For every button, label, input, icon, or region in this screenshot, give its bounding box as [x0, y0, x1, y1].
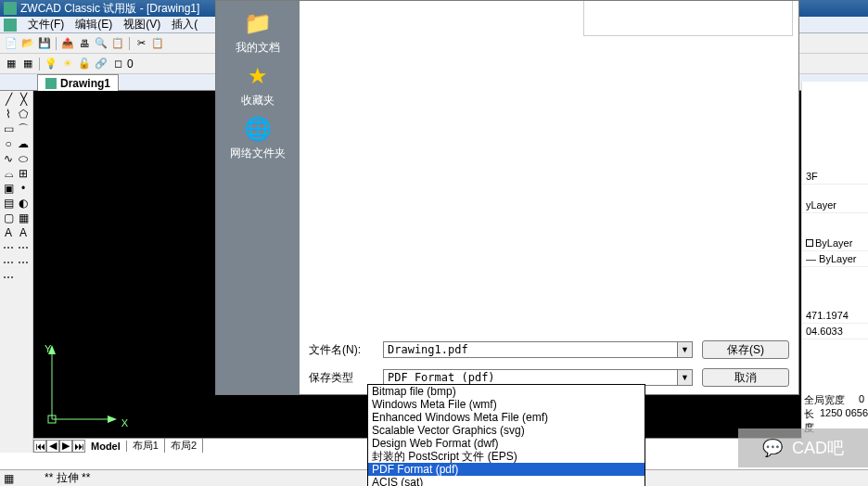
- new-icon[interactable]: 📄: [4, 36, 19, 51]
- xline-icon[interactable]: ╳: [17, 93, 30, 106]
- format-option[interactable]: Enhanced Windows Meta File (emf): [368, 411, 645, 424]
- block-icon[interactable]: ▣: [2, 182, 15, 195]
- prop-row[interactable]: 471.1974: [802, 308, 868, 324]
- more5-icon[interactable]: ⋯: [2, 271, 15, 284]
- app-icon: [4, 2, 17, 15]
- cut-icon[interactable]: ✂: [134, 36, 148, 51]
- format-option[interactable]: Scalable Vector Graphics (svg): [368, 424, 645, 437]
- filename-label: 文件名(N):: [309, 342, 374, 358]
- insert-icon[interactable]: ⊞: [17, 167, 30, 180]
- filetype-dropdown-icon[interactable]: ▼: [678, 369, 693, 386]
- prop-row[interactable]: — ByLayer: [802, 251, 868, 267]
- ucs-x-label: X: [121, 417, 128, 428]
- separator: [56, 37, 57, 50]
- mtext-icon[interactable]: A: [17, 226, 30, 239]
- format-option[interactable]: Windows Meta File (wmf): [368, 398, 645, 411]
- menu-view[interactable]: 视图(V): [120, 17, 164, 32]
- save-icon[interactable]: 💾: [37, 36, 52, 51]
- cancel-button[interactable]: 取消: [702, 368, 789, 387]
- circle-icon[interactable]: ○: [2, 137, 15, 150]
- layer1-icon[interactable]: ▦: [4, 57, 19, 71]
- draw-palette: ╱╳ ⌇⬠ ▭⌒ ○☁ ∿⬭ ⌓⊞ ▣• ▤◐ ▢▦ AA ⋯⋯ ⋯⋯ ⋯: [0, 91, 33, 453]
- place-network[interactable]: 🌐 网络文件夹: [230, 114, 286, 161]
- ellipsearc-icon[interactable]: ⌓: [2, 167, 15, 180]
- prop-row[interactable]: ByLayer: [802, 236, 868, 251]
- document-tab-label: Drawing1: [60, 77, 110, 90]
- folder-docs-icon: 📁: [243, 8, 273, 38]
- globe-icon: 🌐: [243, 114, 273, 144]
- format-option[interactable]: 封装的 PostScript 文件 (EPS): [368, 450, 645, 463]
- menu-edit[interactable]: 编辑(E): [71, 17, 116, 32]
- region-icon[interactable]: ▢: [2, 211, 15, 224]
- format-option-selected[interactable]: PDF Format (pdf): [368, 463, 645, 476]
- ellipse-icon[interactable]: ⬭: [17, 152, 30, 165]
- rectangle-icon[interactable]: ▭: [2, 122, 15, 135]
- more1-icon[interactable]: ⋯: [2, 241, 15, 254]
- line-icon[interactable]: ╱: [2, 93, 15, 106]
- file-list-area[interactable]: [300, 1, 798, 333]
- ucs-indicator: Y X: [43, 345, 117, 428]
- open-icon[interactable]: 📂: [20, 36, 35, 51]
- spline-icon[interactable]: ∿: [2, 152, 15, 165]
- polygon-icon[interactable]: ⬠: [17, 108, 30, 121]
- place-my-documents[interactable]: 📁 我的文档: [236, 8, 280, 56]
- tab-next-icon[interactable]: ▶: [59, 440, 72, 453]
- menu-file[interactable]: 文件(F): [24, 17, 68, 32]
- document-tab[interactable]: Drawing1: [37, 74, 119, 91]
- color-icon[interactable]: ◻: [110, 57, 125, 71]
- prop-row[interactable]: 04.6033: [802, 324, 868, 339]
- format-option[interactable]: ACIS (sat): [368, 476, 645, 486]
- copy-icon[interactable]: 📋: [150, 36, 165, 51]
- grid-icon[interactable]: ▦: [4, 472, 17, 485]
- text-icon[interactable]: A: [2, 226, 15, 239]
- format-option[interactable]: Bitmap file (bmp): [368, 385, 645, 398]
- arc-icon[interactable]: ⌒: [17, 122, 30, 135]
- prop-row[interactable]: 3F: [802, 169, 868, 185]
- star-icon: ★: [243, 61, 273, 91]
- bulb-icon[interactable]: 💡: [44, 57, 58, 71]
- tab-prev-icon[interactable]: ◀: [46, 440, 59, 453]
- chat-icon: 💬: [762, 438, 783, 458]
- layer-zero: 0: [127, 58, 134, 70]
- save-button[interactable]: 保存(S): [702, 340, 789, 359]
- tab-layout1[interactable]: 布局1: [127, 439, 165, 453]
- export-icon[interactable]: 📤: [60, 36, 75, 51]
- place-label: 我的文档: [236, 40, 280, 56]
- place-label: 收藏夹: [241, 93, 274, 109]
- publish-icon[interactable]: 📋: [110, 36, 125, 51]
- polyline-icon[interactable]: ⌇: [2, 108, 15, 121]
- filename-combo[interactable]: ▼: [383, 341, 693, 358]
- tab-layout2[interactable]: 布局2: [165, 439, 203, 453]
- prop-row[interactable]: yLayer: [802, 198, 868, 213]
- tab-model[interactable]: Model: [85, 441, 127, 452]
- filename-input[interactable]: [383, 341, 678, 358]
- filename-dropdown-icon[interactable]: ▼: [678, 341, 693, 358]
- drawing-icon: [45, 78, 57, 89]
- separator: [39, 58, 40, 70]
- table-icon[interactable]: ▦: [17, 211, 30, 224]
- revcloud-icon[interactable]: ☁: [17, 137, 30, 150]
- lock-icon[interactable]: 🔓: [77, 57, 92, 71]
- format-dropdown-list[interactable]: Bitmap file (bmp) Windows Meta File (wmf…: [367, 384, 645, 486]
- tab-first-icon[interactable]: ⏮: [33, 440, 46, 453]
- watermark-text: CAD吧: [792, 437, 844, 459]
- layer2-icon[interactable]: ▦: [20, 57, 35, 71]
- hatch-icon[interactable]: ▤: [2, 197, 15, 210]
- more3-icon[interactable]: ⋯: [2, 256, 15, 269]
- place-favorites[interactable]: ★ 收藏夹: [241, 61, 274, 109]
- ucs-y-label: Y: [45, 343, 51, 354]
- gradient-icon[interactable]: ◐: [17, 197, 30, 210]
- plot-icon[interactable]: 🖶: [77, 36, 92, 51]
- menu-insert[interactable]: 插入(: [168, 17, 201, 32]
- tab-last-icon[interactable]: ⏭: [72, 440, 85, 453]
- more2-icon[interactable]: ⋯: [17, 241, 30, 254]
- format-option[interactable]: Design Web Format (dwf): [368, 437, 645, 450]
- more4-icon[interactable]: ⋯: [17, 256, 30, 269]
- title-text: ZWCAD Classic 试用版 - [Drawing1]: [20, 1, 199, 17]
- preview-icon[interactable]: 🔍: [94, 36, 108, 51]
- place-label: 网络文件夹: [230, 146, 286, 161]
- sun-icon[interactable]: ☀: [60, 57, 75, 71]
- link-icon[interactable]: 🔗: [94, 57, 108, 71]
- point-icon[interactable]: •: [17, 182, 30, 195]
- save-dialog: 📁 我的文档 ★ 收藏夹 🌐 网络文件夹 文件名(N): ▼ 保存(S) 保存类…: [215, 0, 799, 395]
